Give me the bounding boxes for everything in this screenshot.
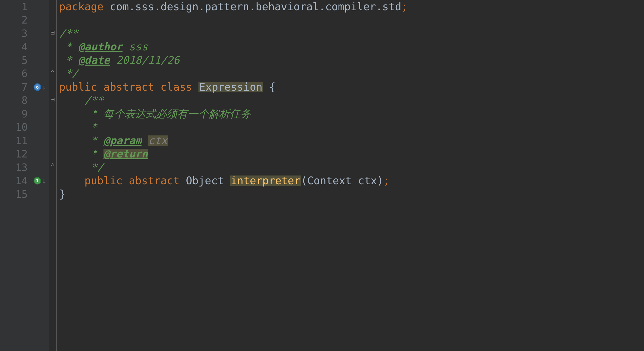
gutter-icons: ↓ ↓	[32, 0, 49, 351]
line-number: 3	[0, 27, 28, 40]
return-type: Object	[186, 175, 224, 186]
semicolon: ;	[383, 175, 390, 186]
fold-column: ⊟ ⌃ ⊟ ⌃	[49, 0, 57, 351]
javadoc-author-value: sss	[123, 42, 148, 52]
javadoc-param-tag: @param	[103, 135, 142, 146]
keyword-package: package	[59, 2, 103, 12]
code-line[interactable]: * @author sss	[59, 40, 644, 54]
javadoc-star: *	[84, 135, 97, 146]
method-name: interpreter	[230, 175, 301, 186]
line-number: 2	[0, 14, 28, 27]
code-line[interactable]: * @return	[59, 147, 644, 161]
javadoc-param-name: ctx	[148, 135, 168, 146]
fold-end-icon[interactable]: ⌃	[50, 163, 56, 169]
javadoc-star: *	[84, 149, 97, 159]
lparen: (	[301, 175, 307, 186]
code-area[interactable]: package com.sss.design.pattern.behaviora…	[57, 0, 644, 351]
javadoc-return-tag: @return	[103, 149, 148, 159]
line-number: 9	[0, 107, 28, 121]
override-circle-icon	[34, 83, 41, 91]
fold-toggle-icon[interactable]: ⊟	[50, 30, 56, 36]
line-number: 7	[0, 80, 28, 94]
line-number: 14	[0, 174, 28, 188]
code-line[interactable]: * 每个表达式必须有一个解析任务	[59, 107, 644, 121]
javadoc-date-value: 2018/11/26	[110, 55, 179, 66]
line-number: 11	[0, 134, 28, 147]
code-line[interactable]: package com.sss.design.pattern.behaviora…	[59, 0, 644, 14]
line-number: 10	[0, 121, 28, 134]
down-arrow-icon: ↓	[42, 177, 46, 185]
code-line[interactable]: public abstract Object interpreter(Conte…	[59, 174, 644, 188]
line-number: 12	[0, 147, 28, 161]
javadoc-star: *	[59, 42, 72, 52]
fold-end-icon[interactable]: ⌃	[50, 70, 56, 76]
javadoc-open: /**	[59, 28, 78, 39]
param-name: ctx	[358, 175, 377, 186]
code-line[interactable]: /**	[59, 94, 644, 107]
javadoc-close: */	[84, 162, 103, 173]
javadoc-author-tag: @author	[78, 42, 123, 52]
has-subclasses-gutter-icon[interactable]: ↓	[34, 80, 48, 94]
rparen: )	[377, 175, 383, 186]
code-line[interactable]: public abstract class Expression {	[59, 80, 644, 94]
keyword-abstract: abstract	[103, 82, 154, 92]
line-number: 6	[0, 67, 28, 81]
package-path: com.sss.design.pattern.behavioral.compil…	[110, 2, 401, 12]
javadoc-star: *	[84, 122, 97, 132]
keyword-abstract: abstract	[129, 175, 179, 186]
code-line[interactable]: * @param ctx	[59, 134, 644, 147]
open-brace: {	[263, 82, 276, 92]
javadoc-close: */	[59, 68, 78, 79]
has-implementations-gutter-icon[interactable]: ↓	[34, 174, 48, 188]
keyword-public: public	[84, 175, 123, 186]
line-number: 15	[0, 188, 28, 201]
line-number: 4	[0, 40, 28, 54]
code-line[interactable]: /**	[59, 27, 644, 40]
line-number: 8	[0, 94, 28, 107]
line-number: 13	[0, 161, 28, 174]
javadoc-open: /**	[84, 95, 103, 106]
code-line[interactable]: }	[59, 188, 644, 201]
semicolon: ;	[401, 2, 407, 12]
implementation-circle-icon	[34, 177, 41, 185]
keyword-public: public	[59, 82, 97, 92]
class-name: Expression	[198, 82, 263, 92]
down-arrow-icon: ↓	[42, 83, 46, 91]
javadoc-description: 每个表达式必须有一个解析任务	[97, 109, 251, 119]
param-type: Context	[307, 175, 352, 186]
close-brace: }	[59, 189, 65, 200]
javadoc-date-tag: @date	[78, 55, 110, 66]
code-editor[interactable]: 1 2 3 4 5 6 7 8 9 10 11 12 13 14 15 ↓ ↓ …	[0, 0, 644, 351]
code-line[interactable]: */	[59, 67, 644, 81]
code-line[interactable]: * @date 2018/11/26	[59, 54, 644, 67]
line-number-gutter: 1 2 3 4 5 6 7 8 9 10 11 12 13 14 15	[0, 0, 32, 351]
javadoc-star: *	[59, 55, 72, 66]
line-number: 1	[0, 0, 28, 14]
code-line[interactable]: */	[59, 161, 644, 174]
javadoc-star: *	[84, 109, 97, 119]
code-line[interactable]: *	[59, 121, 644, 134]
line-number: 5	[0, 54, 28, 67]
fold-toggle-icon[interactable]: ⊟	[50, 96, 56, 102]
keyword-class: class	[161, 82, 192, 92]
code-line[interactable]	[59, 14, 644, 27]
